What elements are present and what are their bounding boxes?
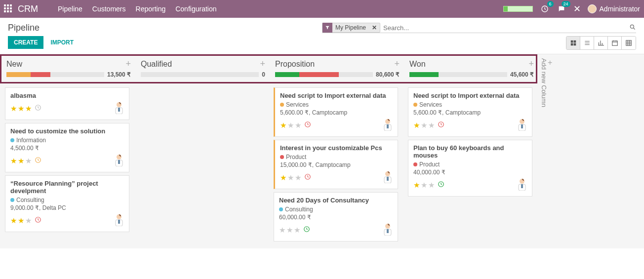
kanban-card[interactable]: albasma ★★★ — [5, 87, 129, 120]
facet-close-icon[interactable]: ✕ — [369, 24, 380, 31]
column-plus-icon[interactable]: + — [125, 59, 131, 69]
create-button[interactable]: CREATE — [8, 36, 43, 49]
tag-label: Services — [419, 101, 442, 108]
star-icon[interactable]: ★ — [287, 173, 294, 182]
kanban-card[interactable]: “Resource Planning” project develpment C… — [5, 175, 129, 232]
nav-pipeline[interactable]: Pipeline — [58, 5, 82, 13]
add-column-button[interactable]: +Add new Column — [537, 54, 555, 111]
card-amount: 5,600.00 ₹, Camptocamp — [413, 109, 527, 116]
clock-icon[interactable] — [303, 226, 310, 235]
star-icon[interactable]: ★ — [25, 216, 32, 225]
star-icon[interactable]: ★ — [428, 121, 435, 130]
star-icon[interactable]: ★ — [428, 181, 435, 190]
column-title[interactable]: New — [6, 60, 22, 69]
star-icon[interactable]: ★ — [18, 104, 24, 113]
clock-icon[interactable] — [438, 121, 444, 130]
chat-icon[interactable]: 24 — [557, 4, 566, 14]
user-menu[interactable]: Administrator — [588, 4, 640, 13]
user-name: Administrator — [600, 5, 640, 13]
card-amount: 60,000.00 ₹ — [279, 214, 393, 221]
star-icon[interactable]: ★ — [287, 121, 294, 130]
card-avatar[interactable] — [114, 154, 124, 168]
clock-icon[interactable] — [35, 104, 41, 113]
column-progress-bar[interactable] — [409, 72, 507, 77]
card-amount: 5,600.00 ₹, Camptocamp — [280, 109, 393, 116]
star-icon[interactable]: ★ — [294, 226, 300, 235]
clock-icon[interactable] — [438, 181, 444, 190]
kanban-card[interactable]: Need script to Import external data Serv… — [408, 87, 532, 137]
view-kanban-icon[interactable] — [566, 37, 580, 49]
star-icon[interactable]: ★ — [295, 121, 301, 130]
star-icon[interactable]: ★ — [279, 226, 285, 235]
column-progress-bar[interactable] — [141, 72, 259, 77]
column-title[interactable]: Qualified — [141, 60, 172, 69]
tag-dot-icon — [10, 138, 14, 142]
star-icon[interactable]: ★ — [280, 173, 286, 182]
column-progress-bar[interactable] — [6, 72, 104, 77]
column-progress-bar[interactable] — [275, 72, 373, 77]
clock-icon[interactable] — [35, 157, 41, 165]
card-avatar[interactable] — [517, 178, 527, 192]
svg-rect-31 — [387, 229, 389, 233]
card-title: Interest in your customizable Pcs — [280, 144, 393, 152]
svg-rect-19 — [118, 220, 120, 224]
kanban-card[interactable]: Interest in your customizable Pcs Produc… — [274, 140, 398, 189]
kanban-card[interactable]: Need 20 Days of Consultancy Consulting 6… — [274, 192, 398, 241]
view-calendar-icon[interactable] — [608, 37, 622, 49]
star-icon[interactable]: ★ — [18, 157, 24, 165]
kanban-card[interactable]: Need script to Import external data Serv… — [274, 87, 398, 137]
column-plus-icon[interactable]: + — [260, 59, 265, 69]
clock-icon[interactable] — [304, 121, 311, 130]
view-graph-icon[interactable] — [594, 37, 608, 49]
stars: ★★★ — [413, 181, 444, 190]
tag-dot-icon — [279, 207, 283, 211]
card-avatar[interactable] — [383, 118, 393, 132]
close-icon[interactable]: ✕ — [573, 3, 581, 14]
card-avatar[interactable] — [517, 118, 527, 132]
column-title[interactable]: Proposition — [275, 60, 315, 69]
card-avatar[interactable] — [114, 101, 124, 116]
star-icon[interactable]: ★ — [413, 121, 420, 130]
star-icon[interactable]: ★ — [286, 226, 293, 235]
column-plus-icon[interactable]: + — [528, 59, 534, 69]
clock-icon[interactable] — [304, 173, 311, 182]
card-avatar[interactable] — [383, 223, 393, 237]
view-pivot-icon[interactable] — [622, 37, 636, 49]
star-icon[interactable]: ★ — [280, 121, 286, 130]
star-icon[interactable]: ★ — [18, 216, 24, 225]
card-avatar[interactable] — [383, 170, 393, 185]
star-icon[interactable]: ★ — [421, 181, 427, 190]
nav-configuration[interactable]: Configuration — [175, 5, 216, 13]
apps-icon[interactable] — [4, 4, 13, 13]
star-icon[interactable]: ★ — [10, 216, 17, 225]
svg-rect-5 — [573, 43, 576, 46]
card-avatar[interactable] — [114, 213, 124, 228]
star-icon[interactable]: ★ — [25, 104, 32, 113]
search-icon[interactable] — [629, 24, 636, 32]
brand[interactable]: CRM — [18, 4, 38, 14]
search-input[interactable] — [380, 23, 629, 33]
star-icon[interactable]: ★ — [413, 181, 420, 190]
column-title[interactable]: Won — [409, 60, 426, 69]
view-list-icon[interactable] — [580, 37, 594, 49]
clock-badge: 6 — [547, 1, 554, 7]
nav-customers[interactable]: Customers — [92, 5, 126, 13]
kanban-card[interactable]: Plan to buy 60 keyboards and mouses Prod… — [408, 140, 532, 197]
star-icon[interactable]: ★ — [25, 157, 32, 165]
progress-bar[interactable] — [503, 6, 533, 12]
chat-badge: 24 — [562, 1, 570, 7]
star-icon[interactable]: ★ — [10, 157, 17, 165]
kanban-card[interactable]: Need to customize the solution Informati… — [5, 123, 129, 172]
star-icon[interactable]: ★ — [10, 104, 17, 113]
nav-reporting[interactable]: Reporting — [136, 5, 166, 13]
search-bar: My Pipeline ✕ — [322, 23, 636, 33]
column-plus-icon[interactable]: + — [394, 59, 400, 69]
tag-label: Consulting — [16, 197, 44, 203]
svg-point-1 — [630, 25, 634, 28]
clock-icon[interactable] — [35, 216, 41, 225]
tag-dot-icon — [280, 103, 284, 107]
star-icon[interactable]: ★ — [295, 173, 301, 182]
star-icon[interactable]: ★ — [421, 121, 427, 130]
import-button[interactable]: IMPORT — [50, 39, 74, 46]
clock-icon[interactable]: 6 — [540, 4, 550, 14]
